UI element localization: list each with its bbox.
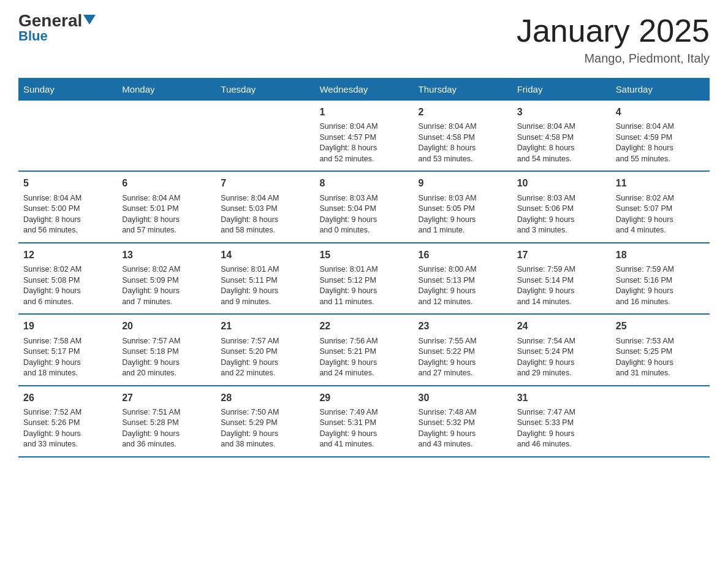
calendar-cell: 22Sunrise: 7:56 AMSunset: 5:21 PMDayligh… (314, 314, 413, 385)
logo-general-text: General (18, 11, 96, 30)
calendar-cell: 1Sunrise: 8:04 AMSunset: 4:57 PMDaylight… (314, 101, 413, 171)
calendar-cell (117, 101, 216, 171)
day-number: 19 (23, 320, 112, 333)
calendar-cell: 3Sunrise: 8:04 AMSunset: 4:58 PMDaylight… (512, 101, 611, 171)
day-info: Sunrise: 8:02 AMSunset: 5:08 PMDaylight:… (23, 264, 112, 307)
day-info: Sunrise: 8:04 AMSunset: 4:57 PMDaylight:… (319, 121, 408, 164)
calendar-cell: 14Sunrise: 8:01 AMSunset: 5:11 PMDayligh… (216, 243, 314, 314)
week-row-3: 12Sunrise: 8:02 AMSunset: 5:08 PMDayligh… (18, 243, 710, 314)
day-info: Sunrise: 7:59 AMSunset: 5:14 PMDaylight:… (517, 264, 606, 307)
weekday-header-friday: Friday (512, 78, 611, 101)
day-number: 11 (616, 177, 705, 190)
calendar-subtitle: Mango, Piedmont, Italy (517, 52, 710, 66)
day-number: 4 (616, 105, 705, 119)
calendar-cell: 29Sunrise: 7:49 AMSunset: 5:31 PMDayligh… (314, 386, 413, 457)
day-info: Sunrise: 8:02 AMSunset: 5:09 PMDaylight:… (122, 264, 211, 307)
day-number: 16 (419, 248, 507, 262)
calendar-cell: 15Sunrise: 8:01 AMSunset: 5:12 PMDayligh… (314, 243, 413, 314)
weekday-header-tuesday: Tuesday (216, 78, 314, 101)
day-info: Sunrise: 7:53 AMSunset: 5:25 PMDaylight:… (616, 336, 705, 379)
calendar-cell: 12Sunrise: 8:02 AMSunset: 5:08 PMDayligh… (18, 243, 117, 314)
weekday-header-row: SundayMondayTuesdayWednesdayThursdayFrid… (18, 78, 710, 101)
day-info: Sunrise: 8:04 AMSunset: 4:58 PMDaylight:… (517, 121, 606, 164)
day-info: Sunrise: 7:49 AMSunset: 5:31 PMDaylight:… (319, 407, 408, 450)
day-info: Sunrise: 7:57 AMSunset: 5:20 PMDaylight:… (221, 336, 309, 379)
calendar-header: SundayMondayTuesdayWednesdayThursdayFrid… (18, 78, 710, 101)
day-number: 22 (319, 320, 408, 333)
logo-text: General (18, 12, 96, 29)
day-info: Sunrise: 8:04 AMSunset: 5:01 PMDaylight:… (122, 193, 211, 236)
day-number: 18 (616, 248, 705, 262)
calendar-cell: 31Sunrise: 7:47 AMSunset: 5:33 PMDayligh… (512, 386, 611, 457)
day-info: Sunrise: 8:04 AMSunset: 5:00 PMDaylight:… (23, 193, 112, 236)
calendar-cell: 19Sunrise: 7:58 AMSunset: 5:17 PMDayligh… (18, 314, 117, 385)
day-number: 29 (319, 391, 408, 405)
week-row-4: 19Sunrise: 7:58 AMSunset: 5:17 PMDayligh… (18, 314, 710, 385)
calendar-cell (18, 101, 117, 171)
calendar-cell: 6Sunrise: 8:04 AMSunset: 5:01 PMDaylight… (117, 171, 216, 242)
weekday-header-wednesday: Wednesday (314, 78, 413, 101)
logo-triangle-icon (83, 15, 96, 25)
calendar-cell: 2Sunrise: 8:04 AMSunset: 4:58 PMDaylight… (414, 101, 512, 171)
day-info: Sunrise: 7:47 AMSunset: 5:33 PMDaylight:… (517, 407, 606, 450)
calendar-cell (611, 386, 710, 457)
calendar-table: SundayMondayTuesdayWednesdayThursdayFrid… (18, 78, 710, 458)
day-info: Sunrise: 8:00 AMSunset: 5:13 PMDaylight:… (419, 264, 507, 307)
week-row-1: 1Sunrise: 8:04 AMSunset: 4:57 PMDaylight… (18, 101, 710, 171)
day-info: Sunrise: 8:01 AMSunset: 5:12 PMDaylight:… (319, 264, 408, 307)
calendar-cell: 4Sunrise: 8:04 AMSunset: 4:59 PMDaylight… (611, 101, 710, 171)
calendar-cell: 10Sunrise: 8:03 AMSunset: 5:06 PMDayligh… (512, 171, 611, 242)
day-number: 2 (419, 105, 507, 119)
day-info: Sunrise: 8:03 AMSunset: 5:05 PMDaylight:… (419, 193, 507, 236)
day-info: Sunrise: 8:02 AMSunset: 5:07 PMDaylight:… (616, 193, 705, 236)
title-area: January 2025 Mango, Piedmont, Italy (517, 12, 710, 66)
day-number: 6 (122, 177, 211, 190)
day-info: Sunrise: 8:01 AMSunset: 5:11 PMDaylight:… (221, 264, 309, 307)
weekday-header-monday: Monday (117, 78, 216, 101)
day-number: 13 (122, 248, 211, 262)
calendar-cell: 9Sunrise: 8:03 AMSunset: 5:05 PMDaylight… (414, 171, 512, 242)
day-number: 26 (23, 391, 112, 405)
day-number: 15 (319, 248, 408, 262)
day-info: Sunrise: 8:04 AMSunset: 5:03 PMDaylight:… (221, 193, 309, 236)
calendar-cell: 23Sunrise: 7:55 AMSunset: 5:22 PMDayligh… (414, 314, 512, 385)
day-info: Sunrise: 7:50 AMSunset: 5:29 PMDaylight:… (221, 407, 309, 450)
weekday-header-saturday: Saturday (611, 78, 710, 101)
day-number: 12 (23, 248, 112, 262)
day-number: 5 (23, 177, 112, 190)
calendar-cell: 26Sunrise: 7:52 AMSunset: 5:26 PMDayligh… (18, 386, 117, 457)
day-info: Sunrise: 7:57 AMSunset: 5:18 PMDaylight:… (122, 336, 211, 379)
calendar-body: 1Sunrise: 8:04 AMSunset: 4:57 PMDaylight… (18, 101, 710, 457)
day-number: 27 (122, 391, 211, 405)
page-header: General Blue January 2025 Mango, Piedmon… (18, 12, 710, 66)
day-number: 3 (517, 105, 606, 119)
day-number: 8 (319, 177, 408, 190)
weekday-header-sunday: Sunday (18, 78, 117, 101)
day-number: 21 (221, 320, 309, 333)
week-row-2: 5Sunrise: 8:04 AMSunset: 5:00 PMDaylight… (18, 171, 710, 242)
logo-blue-text: Blue (18, 28, 48, 44)
day-info: Sunrise: 8:04 AMSunset: 4:58 PMDaylight:… (419, 121, 507, 164)
calendar-cell: 7Sunrise: 8:04 AMSunset: 5:03 PMDaylight… (216, 171, 314, 242)
day-info: Sunrise: 8:04 AMSunset: 4:59 PMDaylight:… (616, 121, 705, 164)
calendar-cell: 16Sunrise: 8:00 AMSunset: 5:13 PMDayligh… (414, 243, 512, 314)
calendar-cell: 28Sunrise: 7:50 AMSunset: 5:29 PMDayligh… (216, 386, 314, 457)
day-info: Sunrise: 7:48 AMSunset: 5:32 PMDaylight:… (419, 407, 507, 450)
calendar-cell: 20Sunrise: 7:57 AMSunset: 5:18 PMDayligh… (117, 314, 216, 385)
day-info: Sunrise: 7:56 AMSunset: 5:21 PMDaylight:… (319, 336, 408, 379)
calendar-cell: 18Sunrise: 7:59 AMSunset: 5:16 PMDayligh… (611, 243, 710, 314)
day-info: Sunrise: 7:51 AMSunset: 5:28 PMDaylight:… (122, 407, 211, 450)
day-number: 31 (517, 391, 606, 405)
day-number: 20 (122, 320, 211, 333)
calendar-cell (216, 101, 314, 171)
week-row-5: 26Sunrise: 7:52 AMSunset: 5:26 PMDayligh… (18, 386, 710, 457)
weekday-header-thursday: Thursday (414, 78, 512, 101)
day-number: 7 (221, 177, 309, 190)
day-info: Sunrise: 7:58 AMSunset: 5:17 PMDaylight:… (23, 336, 112, 379)
day-info: Sunrise: 7:52 AMSunset: 5:26 PMDaylight:… (23, 407, 112, 450)
day-number: 23 (419, 320, 507, 333)
day-number: 24 (517, 320, 606, 333)
calendar-cell: 17Sunrise: 7:59 AMSunset: 5:14 PMDayligh… (512, 243, 611, 314)
day-number: 14 (221, 248, 309, 262)
day-number: 30 (419, 391, 507, 405)
